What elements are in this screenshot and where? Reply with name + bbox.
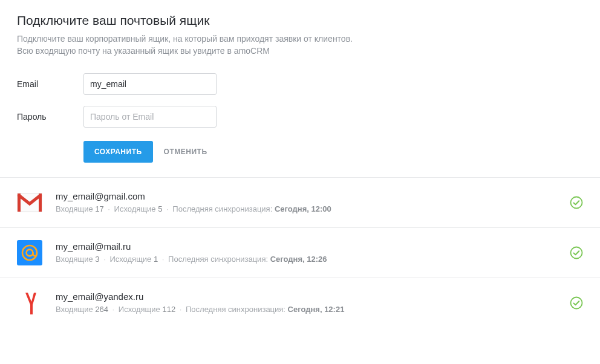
svg-rect-1 (18, 193, 21, 212)
cancel-button[interactable]: ОТМЕНИТЬ (164, 148, 207, 156)
email-row: Email (17, 73, 583, 95)
page-title: Подключите ваш почтовый ящик (17, 13, 583, 28)
outgoing-label: Исходящие (119, 305, 160, 314)
account-meta: Входящие 264 · Исходящие 112 · Последняя… (56, 305, 570, 314)
incoming-label: Входящие (56, 305, 93, 314)
sync-label: Последняя синхронизация: (168, 255, 268, 264)
desc-line-1: Подключите ваш корпоративный ящик, на ко… (17, 34, 353, 44)
email-field[interactable] (83, 73, 217, 95)
incoming-label: Входящие (56, 255, 93, 264)
account-row-yandex[interactable]: my_email@yandex.ru Входящие 264 · Исходя… (0, 278, 600, 328)
incoming-count: 17 (95, 204, 103, 213)
sync-time: Сегодня, 12:26 (270, 255, 327, 264)
status-ok-icon (570, 296, 583, 310)
connect-form: Подключите ваш почтовый ящик Подключите … (0, 0, 600, 178)
svg-point-3 (571, 197, 582, 208)
email-label: Email (17, 79, 83, 89)
svg-rect-2 (39, 193, 42, 212)
status-ok-icon (570, 196, 583, 209)
account-email: my_email@yandex.ru (56, 291, 570, 302)
sync-time: Сегодня, 12:00 (275, 204, 331, 213)
outgoing-label: Исходящие (109, 255, 151, 264)
account-row-mailru[interactable]: my_email@mail.ru Входящие 3 · Исходящие … (0, 228, 600, 278)
svg-point-7 (571, 297, 582, 308)
account-info: my_email@gmail.com Входящие 17 · Исходящ… (56, 191, 570, 213)
svg-point-6 (571, 247, 582, 258)
outgoing-count: 1 (154, 255, 158, 264)
yandex-icon (17, 290, 42, 316)
incoming-label: Входящие (56, 204, 93, 213)
sync-label: Последняя синхронизация: (186, 305, 285, 314)
account-meta: Входящие 3 · Исходящие 1 · Последняя син… (56, 255, 570, 264)
svg-point-4 (22, 245, 37, 260)
gmail-icon (17, 190, 42, 215)
sync-time: Сегодня, 12:21 (288, 305, 345, 314)
account-meta: Входящие 17 · Исходящие 5 · Последняя си… (56, 204, 570, 213)
desc-line-2: Всю входящую почту на указанный ящик вы … (17, 46, 270, 56)
sync-label: Последняя синхронизация: (172, 204, 272, 213)
account-email: my_email@gmail.com (56, 191, 570, 201)
save-button[interactable]: СОХРАНИТЬ (83, 141, 153, 163)
accounts-list: my_email@gmail.com Входящие 17 · Исходящ… (0, 178, 600, 328)
email-settings-panel: Подключите ваш почтовый ящик Подключите … (0, 0, 600, 328)
page-description: Подключите ваш корпоративный ящик, на ко… (17, 33, 583, 57)
button-row: СОХРАНИТЬ ОТМЕНИТЬ (83, 141, 583, 163)
account-row-gmail[interactable]: my_email@gmail.com Входящие 17 · Исходящ… (0, 178, 600, 228)
password-label: Пароль (17, 112, 83, 122)
account-info: my_email@mail.ru Входящие 3 · Исходящие … (56, 241, 570, 264)
outgoing-count: 112 (162, 305, 175, 314)
incoming-count: 3 (95, 255, 99, 264)
outgoing-count: 5 (158, 204, 162, 213)
account-info: my_email@yandex.ru Входящие 264 · Исходя… (56, 291, 570, 314)
mailru-icon (17, 240, 42, 265)
svg-point-5 (27, 249, 33, 256)
account-email: my_email@mail.ru (56, 241, 570, 252)
password-field[interactable] (83, 106, 217, 128)
status-ok-icon (570, 246, 583, 259)
incoming-count: 264 (95, 305, 108, 314)
outgoing-label: Исходящие (114, 204, 156, 213)
password-row: Пароль (17, 106, 583, 128)
